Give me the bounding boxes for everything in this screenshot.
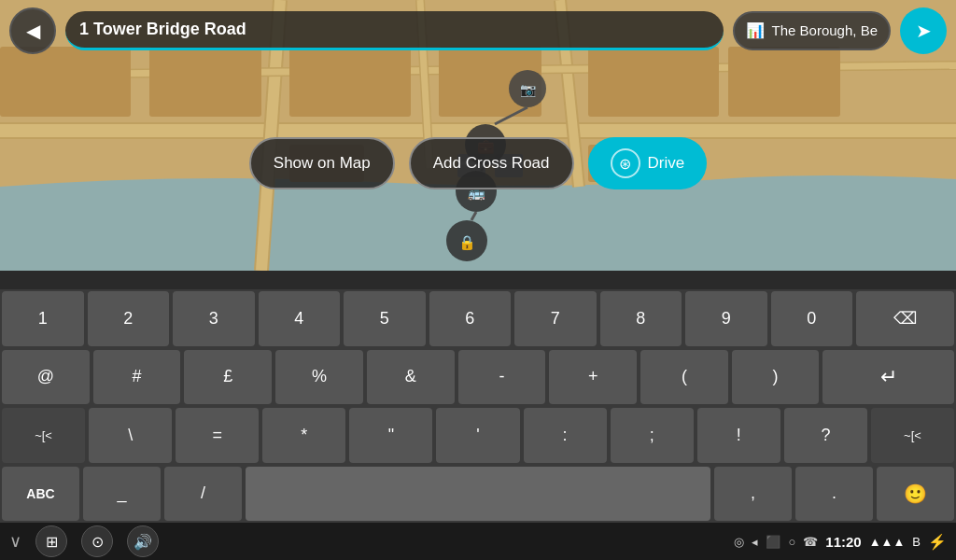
key-3[interactable]: 3	[173, 291, 255, 346]
gps-icon: ◎	[734, 535, 744, 549]
key-plus[interactable]: +	[549, 350, 637, 405]
nav-arrow-icon: ◂	[752, 535, 758, 549]
key-8[interactable]: 8	[600, 291, 682, 346]
nav-arrow-icon: ➤	[916, 20, 932, 42]
key-special-right[interactable]: ~[<	[871, 408, 954, 463]
back-button[interactable]: ◀	[9, 7, 56, 54]
address-input-container[interactable]: 1 Tower Bridge Road	[65, 11, 724, 50]
camera-button[interactable]: ⊙	[81, 525, 113, 557]
drive-button[interactable]: ⊛ Drive	[588, 137, 708, 189]
key-close-paren[interactable]: )	[732, 350, 820, 405]
screen-icon: ⬛	[766, 535, 780, 549]
key-hash[interactable]: #	[93, 350, 181, 405]
add-cross-road-button[interactable]: Add Cross Road	[409, 137, 574, 189]
circle-icon: ○	[788, 535, 795, 549]
key-comma[interactable]: ,	[714, 467, 792, 522]
key-backslash[interactable]: \	[89, 408, 172, 463]
status-bar: ∨ ⊞ ⊙ 🔊 ◎ ◂ ⬛ ○ ☎ 11:20 ▲▲▲ B ⚡	[0, 523, 956, 560]
steering-wheel-icon: ⊛	[611, 148, 640, 178]
key-backspace[interactable]: ⌫	[856, 291, 954, 346]
key-emoji[interactable]: 🙂	[877, 467, 954, 522]
svg-text:📷: 📷	[520, 82, 537, 98]
key-asterisk[interactable]: *	[262, 408, 345, 463]
keyboard-row-symbols1: @ # £ % & - + ( ) ↵	[0, 348, 956, 407]
key-period[interactable]: .	[795, 467, 873, 522]
key-ampersand[interactable]: &	[367, 350, 455, 405]
key-7[interactable]: 7	[514, 291, 597, 346]
phone-icon: ☎	[803, 535, 818, 549]
key-slash[interactable]: /	[164, 467, 242, 522]
keyboard-area: 1 2 3 4 5 6 7 8 9 0 ⌫ @ # £ % & - + ( ) …	[0, 289, 956, 523]
grid-button[interactable]: ⊞	[35, 525, 67, 557]
key-minus[interactable]: -	[458, 350, 546, 405]
show-on-map-button[interactable]: Show on Map	[249, 137, 395, 189]
key-semicolon[interactable]: ;	[611, 408, 694, 463]
keyboard-row-symbols2: ~[< \ = * " ' : ; ! ? ~[<	[0, 406, 956, 465]
key-percent[interactable]: %	[275, 350, 363, 405]
key-open-paren[interactable]: (	[640, 350, 728, 405]
drive-label: Drive	[648, 154, 685, 173]
top-bar: ◀ 1 Tower Bridge Road 📊 The Borough, Be …	[0, 0, 956, 61]
keyboard-row-bottom: ABC _ / , . 🙂	[0, 465, 956, 524]
key-space[interactable]	[246, 467, 710, 522]
location-badge-icon: 📊	[746, 21, 765, 39]
chevron-down-icon[interactable]: ∨	[9, 531, 21, 552]
key-5[interactable]: 5	[344, 291, 426, 346]
key-pound[interactable]: £	[184, 350, 272, 405]
wifi-icon: ▲▲▲	[869, 535, 906, 549]
action-buttons: Show on Map Add Cross Road ⊛ Drive	[0, 137, 956, 189]
key-enter[interactable]: ↵	[822, 350, 954, 405]
key-1[interactable]: 1	[2, 291, 84, 346]
keyboard-row-numbers: 1 2 3 4 5 6 7 8 9 0 ⌫	[0, 289, 956, 348]
add-cross-road-label: Add Cross Road	[433, 154, 550, 173]
nav-button[interactable]: ➤	[900, 7, 947, 54]
key-squote[interactable]: '	[436, 408, 519, 463]
svg-text:🔒: 🔒	[458, 234, 476, 251]
key-exclaim[interactable]: !	[697, 408, 780, 463]
key-equals[interactable]: =	[176, 408, 259, 463]
status-left: ∨ ⊞ ⊙ 🔊	[9, 525, 159, 557]
key-abc[interactable]: ABC	[2, 467, 79, 522]
location-badge[interactable]: 📊 The Borough, Be	[733, 11, 891, 50]
key-colon[interactable]: :	[524, 408, 607, 463]
location-badge-text: The Borough, Be	[772, 22, 878, 38]
key-dquote[interactable]: "	[349, 408, 432, 463]
status-right: ◎ ◂ ⬛ ○ ☎ 11:20 ▲▲▲ B ⚡	[734, 533, 947, 551]
back-icon: ◀	[26, 20, 40, 42]
key-0[interactable]: 0	[771, 291, 853, 346]
volume-button[interactable]: 🔊	[127, 525, 159, 557]
key-underscore[interactable]: _	[83, 467, 161, 522]
key-4[interactable]: 4	[259, 291, 341, 346]
key-2[interactable]: 2	[88, 291, 170, 346]
key-6[interactable]: 6	[429, 291, 512, 346]
show-on-map-label: Show on Map	[274, 154, 371, 173]
address-text: 1 Tower Bridge Road	[79, 20, 246, 39]
key-9[interactable]: 9	[685, 291, 767, 346]
status-time: 11:20	[825, 534, 861, 550]
bluetooth-icon: B	[912, 535, 921, 549]
key-special-left[interactable]: ~[<	[2, 408, 85, 463]
battery-icon: ⚡	[928, 533, 947, 551]
key-at[interactable]: @	[2, 350, 90, 405]
key-question[interactable]: ?	[784, 408, 867, 463]
